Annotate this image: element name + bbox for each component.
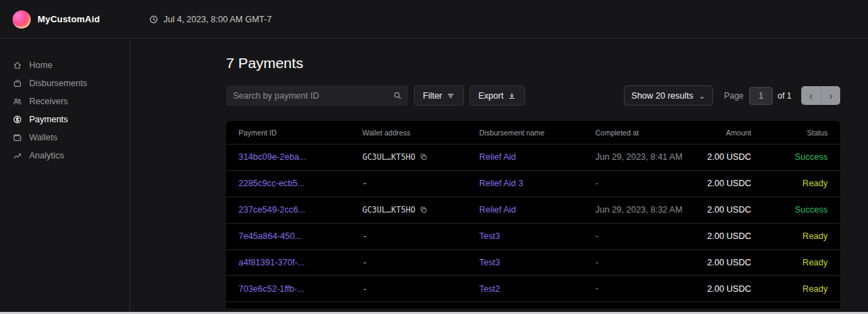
page-count-label: of 1 — [778, 91, 791, 101]
amount-cell: 2.00 USDC — [700, 258, 751, 267]
column-header-disbursement-name: Disbursement name — [479, 129, 595, 137]
wallet-address-text: - — [362, 179, 367, 188]
topbar: MyCustomAid Jul 4, 2023, 8:00 AM GMT-7 — [0, 0, 868, 39]
wallet-address-cell: GC3UL…KT5HO — [362, 205, 479, 215]
wallet-address-text: - — [362, 284, 367, 294]
chevron-down-icon: ⌄ — [699, 93, 705, 99]
table-row: 237ce549-2cc6... GC3UL…KT5HO Relief Aid … — [226, 197, 840, 224]
disbursement-name-link[interactable]: Relief Aid — [479, 205, 595, 215]
status-badge: Ready — [751, 258, 828, 267]
disbursement-name-link[interactable]: Test2 — [479, 284, 595, 294]
sidebar-item-label: Disbursements — [29, 78, 87, 88]
pagination: ‹ › — [801, 86, 840, 105]
payment-id-link[interactable]: 703e6c52-1ffb-... — [239, 284, 362, 294]
filter-icon — [447, 92, 455, 100]
payment-id-link[interactable]: 237ce549-2cc6... — [239, 205, 362, 215]
wallet-address-text: - — [362, 231, 367, 241]
completed-at-cell: - — [595, 231, 686, 242]
table-body: 314bc09e-2eba... GC3UL…KT5HO Relief Aid … — [226, 144, 840, 302]
filter-button-label: Filter — [423, 91, 442, 101]
sidebar-item-wallets[interactable]: Wallets — [0, 129, 129, 147]
wallet-address-cell: - — [362, 258, 479, 267]
search-wrap — [226, 85, 408, 106]
search-icon — [393, 91, 402, 100]
table-row: 703e6c52-1ffb-... - Test2 - 2.00 USDC Re… — [226, 276, 840, 302]
table-tail — [226, 302, 840, 308]
sidebar-item-label: Receivers — [29, 97, 68, 106]
page-label: Page — [724, 91, 744, 101]
completed-at-cell: - — [595, 257, 686, 269]
disbursement-name-link[interactable]: Test3 — [479, 258, 595, 267]
wallet-address-text: GC3UL…KT5HO — [362, 152, 415, 162]
app-logo — [13, 10, 31, 28]
prev-page-button[interactable]: ‹ — [801, 86, 821, 105]
copy-icon[interactable] — [419, 206, 428, 214]
main-content: 7 Payments Filter Export — [130, 40, 868, 314]
datetime-text: Jul 4, 2023, 8:00 AM GMT-7 — [163, 15, 272, 24]
wallet-address-text: - — [362, 258, 367, 267]
wallets-icon — [13, 133, 22, 142]
next-page-button[interactable]: › — [821, 86, 840, 105]
completed-at-cell: - — [595, 283, 686, 295]
sidebar-item-label: Home — [29, 60, 52, 70]
status-badge: Ready — [751, 284, 828, 294]
sidebar-item-analytics[interactable]: Analytics — [0, 147, 129, 165]
payments-icon — [13, 115, 22, 124]
export-button-label: Export — [479, 91, 504, 101]
sidebar-item-disbursements[interactable]: Disbursements — [0, 74, 129, 92]
current-datetime: Jul 4, 2023, 8:00 AM GMT-7 — [149, 15, 272, 24]
amount-cell: 2.00 USDC — [700, 231, 751, 241]
search-input[interactable] — [226, 85, 408, 106]
results-per-page-select[interactable]: Show 20 results ⌄ — [624, 85, 713, 106]
column-header-completed-at: Completed at — [595, 129, 700, 137]
table-row: 314bc09e-2eba... GC3UL…KT5HO Relief Aid … — [226, 144, 840, 171]
table-header: Payment ID Wallet address Disbursement n… — [226, 121, 840, 144]
disbursement-name-link[interactable]: Relief Aid — [479, 152, 595, 162]
page-title: 7 Payments — [226, 55, 840, 72]
receivers-icon — [13, 97, 22, 106]
sidebar-item-label: Payments — [29, 115, 68, 124]
amount-cell: 2.00 USDC — [700, 284, 751, 294]
amount-cell: 2.00 USDC — [700, 205, 751, 215]
clock-icon — [149, 15, 159, 24]
wallet-address-text: GC3UL…KT5HO — [362, 205, 415, 215]
completed-at-cell: Jun 29, 2023, 8:41 AM — [595, 151, 686, 163]
sidebar-item-payments[interactable]: Payments — [0, 110, 129, 129]
sidebar-item-receivers[interactable]: Receivers — [0, 92, 129, 110]
wallet-address-cell: - — [362, 284, 479, 294]
amount-cell: 2.00 USDC — [700, 152, 751, 162]
page-number-input[interactable] — [749, 87, 773, 105]
payment-id-link[interactable]: 2285c9cc-ecb5... — [239, 179, 362, 188]
table-row: a4f81391-370f-... - Test3 - 2.00 USDC Re… — [226, 250, 840, 276]
completed-at-cell: - — [595, 178, 686, 190]
analytics-icon — [13, 151, 22, 160]
sidebar-item-label: Analytics — [29, 151, 64, 160]
copy-icon[interactable] — [419, 153, 428, 161]
column-header-amount: Amount — [700, 129, 751, 137]
column-header-wallet-address: Wallet address — [362, 129, 479, 137]
status-badge: Success — [751, 152, 828, 162]
home-icon — [13, 60, 22, 70]
filter-button[interactable]: Filter — [414, 85, 464, 106]
payments-table: Payment ID Wallet address Disbursement n… — [226, 121, 840, 308]
amount-cell: 2.00 USDC — [700, 179, 751, 188]
table-row: 7e45a864-450... - Test3 - 2.00 USDC Read… — [226, 224, 840, 250]
payment-id-link[interactable]: 314bc09e-2eba... — [239, 152, 362, 162]
table-row: 2285c9cc-ecb5... - Relief Aid 3 - 2.00 U… — [226, 171, 840, 197]
column-header-payment-id: Payment ID — [239, 129, 362, 137]
status-badge: Ready — [751, 179, 828, 188]
wallet-address-cell: - — [362, 231, 479, 241]
wallet-address-cell: - — [362, 179, 479, 188]
payment-id-link[interactable]: 7e45a864-450... — [239, 231, 362, 241]
completed-at-cell: Jun 29, 2023, 8:32 AM — [595, 204, 686, 216]
payment-id-link[interactable]: a4f81391-370f-... — [239, 258, 362, 267]
export-button[interactable]: Export — [469, 85, 525, 106]
status-badge: Ready — [751, 231, 828, 241]
results-per-page-value: Show 20 results — [632, 91, 693, 101]
disbursement-name-link[interactable]: Relief Aid 3 — [479, 179, 595, 188]
sidebar-item-home[interactable]: Home — [0, 56, 129, 74]
brand: MyCustomAid — [13, 10, 132, 28]
disbursement-name-link[interactable]: Test3 — [479, 231, 595, 241]
export-icon — [508, 92, 516, 100]
status-badge: Success — [751, 205, 828, 215]
